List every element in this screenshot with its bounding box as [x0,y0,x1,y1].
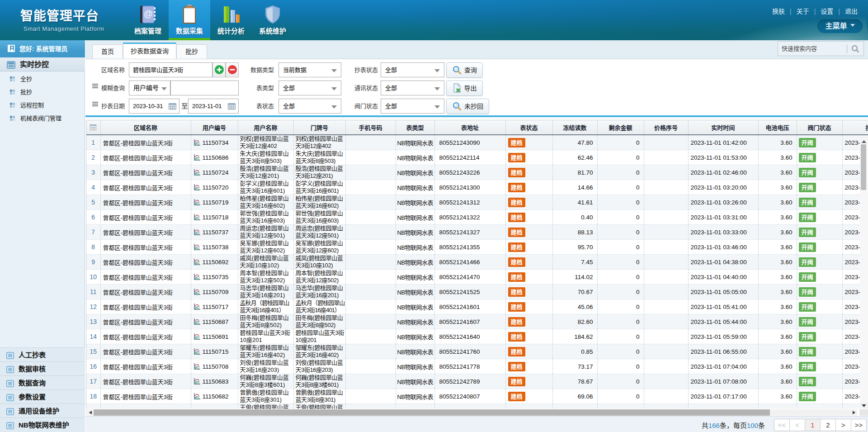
svg-text:@: @ [144,9,153,19]
